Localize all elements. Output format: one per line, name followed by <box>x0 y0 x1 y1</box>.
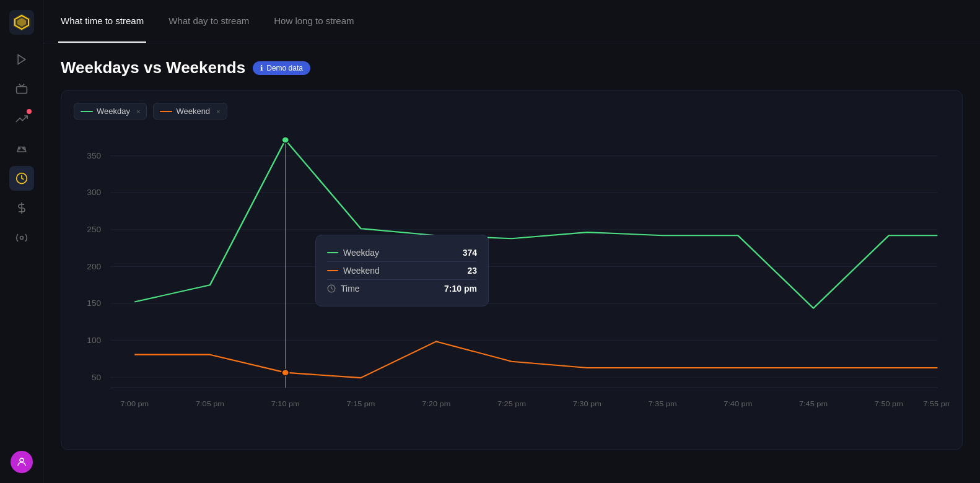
main-content: What time to stream What day to stream H… <box>43 0 980 483</box>
svg-text:7:05 pm: 7:05 pm <box>196 400 224 408</box>
chart-legend: Weekday × Weekend × <box>74 103 950 120</box>
tooltip-time-value: 7:10 pm <box>444 284 477 294</box>
svg-point-12 <box>20 237 23 240</box>
svg-text:250: 250 <box>87 225 101 234</box>
tooltip-time-row: Time 7:10 pm <box>327 279 477 297</box>
top-nav: What time to stream What day to stream H… <box>43 0 980 43</box>
tooltip-weekday-value: 374 <box>463 248 477 258</box>
tooltip-time-label: Time <box>327 284 360 294</box>
notification-badge <box>27 109 32 114</box>
sidebar-item-tv[interactable] <box>9 77 34 102</box>
svg-text:7:00 pm: 7:00 pm <box>120 400 149 408</box>
svg-point-9 <box>24 149 25 150</box>
tooltip-weekday-row: Weekday 374 <box>327 244 477 261</box>
svg-text:300: 300 <box>87 188 101 197</box>
tooltip-weekday-label: Weekday <box>327 248 379 258</box>
tooltip-weekend-label: Weekend <box>327 266 380 276</box>
svg-text:7:15 pm: 7:15 pm <box>346 400 375 408</box>
page-content: Weekdays vs Weekends ℹ Demo data Weekday… <box>43 43 980 483</box>
info-icon: ℹ <box>260 64 263 72</box>
legend-item-weekend[interactable]: Weekend × <box>153 103 227 120</box>
weekday-line <box>134 140 937 308</box>
svg-rect-5 <box>16 87 27 94</box>
svg-text:7:40 pm: 7:40 pm <box>724 400 752 408</box>
chart-svg: 350 300 250 200 150 100 50 7:00 pm 7:05 … <box>74 129 950 435</box>
demo-badge-label: Demo data <box>266 64 303 72</box>
tooltip-weekday-line <box>327 252 338 253</box>
svg-text:7:35 pm: 7:35 pm <box>648 400 676 408</box>
tab-what-time[interactable]: What time to stream <box>58 0 146 43</box>
tab-what-day[interactable]: What day to stream <box>166 0 252 43</box>
svg-text:100: 100 <box>87 336 101 345</box>
svg-text:7:30 pm: 7:30 pm <box>573 400 602 408</box>
svg-text:7:25 pm: 7:25 pm <box>497 400 526 408</box>
svg-text:7:55 pm: 7:55 pm <box>923 400 950 408</box>
svg-text:7:45 pm: 7:45 pm <box>799 400 828 408</box>
svg-text:50: 50 <box>92 373 101 381</box>
page-header: Weekdays vs Weekends ℹ Demo data <box>61 58 963 77</box>
weekday-line-indicator <box>81 111 93 112</box>
tooltip-weekend-row: Weekend 23 <box>327 261 477 279</box>
tooltip-weekend-line <box>327 270 338 271</box>
logo[interactable] <box>9 10 34 35</box>
sidebar-item-analytics[interactable] <box>9 107 34 131</box>
sidebar-item-tools[interactable] <box>9 225 34 250</box>
weekday-legend-label: Weekday <box>97 107 130 116</box>
svg-text:150: 150 <box>87 299 101 308</box>
svg-text:7:10 pm: 7:10 pm <box>271 400 300 408</box>
weekday-remove-button[interactable]: × <box>136 108 140 115</box>
weekend-remove-button[interactable]: × <box>216 108 220 115</box>
svg-text:7:50 pm: 7:50 pm <box>875 400 903 408</box>
svg-point-13 <box>20 458 24 462</box>
chart-container: Weekday × Weekend × <box>61 90 963 450</box>
chart-tooltip: Weekday 374 Weekend 23 <box>315 235 489 307</box>
legend-item-weekday[interactable]: Weekday × <box>74 103 147 120</box>
svg-text:200: 200 <box>87 263 101 271</box>
sidebar-item-gamepad[interactable] <box>9 136 34 161</box>
tooltip-weekend-value: 23 <box>467 266 477 276</box>
sidebar-item-dollar[interactable] <box>9 196 34 220</box>
sidebar-item-clock[interactable] <box>9 166 34 191</box>
weekend-legend-label: Weekend <box>176 107 210 116</box>
svg-marker-4 <box>18 55 25 64</box>
user-avatar[interactable] <box>11 451 33 473</box>
demo-data-badge[interactable]: ℹ Demo data <box>253 61 310 75</box>
weekend-tooltip-dot <box>282 370 289 376</box>
tab-how-long[interactable]: How long to stream <box>271 0 356 43</box>
chart-svg-wrapper: 350 300 250 200 150 100 50 7:00 pm 7:05 … <box>74 129 950 435</box>
svg-text:7:20 pm: 7:20 pm <box>422 400 450 408</box>
sidebar <box>0 0 43 483</box>
weekend-line <box>134 341 937 378</box>
page-title: Weekdays vs Weekends <box>61 58 245 77</box>
tooltip-clock-icon <box>327 284 336 293</box>
weekend-line-indicator <box>160 111 172 112</box>
sidebar-bottom <box>11 451 33 473</box>
sidebar-item-play[interactable] <box>9 47 34 72</box>
svg-text:350: 350 <box>87 152 101 160</box>
weekday-tooltip-dot <box>282 137 289 143</box>
